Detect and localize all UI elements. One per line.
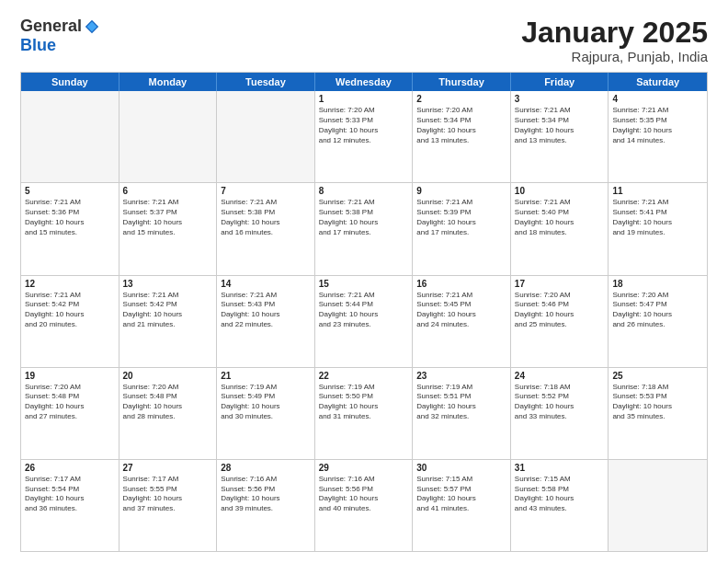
cell-info-line: Sunrise: 7:21 AM xyxy=(319,198,409,208)
cell-info-line: Daylight: 10 hours xyxy=(221,402,311,412)
title-block: January 2025 Rajpura, Punjab, India xyxy=(521,17,708,64)
cell-info-line: Sunset: 5:38 PM xyxy=(319,208,409,218)
calendar-cell: 16Sunrise: 7:21 AMSunset: 5:45 PMDayligh… xyxy=(413,276,511,367)
cell-info-line: Daylight: 10 hours xyxy=(612,402,703,412)
calendar: SundayMondayTuesdayWednesdayThursdayFrid… xyxy=(20,72,708,552)
calendar-row-4: 19Sunrise: 7:20 AMSunset: 5:48 PMDayligh… xyxy=(21,367,707,459)
cell-info-line: Sunset: 5:47 PM xyxy=(612,300,703,310)
cell-info-line: and 13 minutes. xyxy=(416,136,506,146)
cell-info-line: and 15 minutes. xyxy=(123,228,213,238)
day-number: 12 xyxy=(25,279,115,289)
header: General Blue January 2025 Rajpura, Punja… xyxy=(20,17,708,64)
cell-info-line: and 19 minutes. xyxy=(612,228,703,238)
cell-info-line: and 33 minutes. xyxy=(515,412,605,422)
page: General Blue January 2025 Rajpura, Punja… xyxy=(0,0,728,563)
cell-info-line: Sunset: 5:42 PM xyxy=(123,300,213,310)
cell-info-line: Sunset: 5:57 PM xyxy=(416,485,506,495)
cell-info-line: Sunset: 5:35 PM xyxy=(612,116,703,126)
cell-info-line: Daylight: 10 hours xyxy=(612,126,703,136)
calendar-cell: 4Sunrise: 7:21 AMSunset: 5:35 PMDaylight… xyxy=(609,91,707,182)
day-number: 30 xyxy=(416,463,506,473)
cell-info-line: Sunrise: 7:21 AM xyxy=(612,198,703,208)
day-number: 3 xyxy=(515,94,605,104)
cell-info-line: Sunrise: 7:21 AM xyxy=(221,198,311,208)
cell-info-line: and 18 minutes. xyxy=(515,228,605,238)
cell-info-line: Sunset: 5:34 PM xyxy=(416,116,506,126)
cell-info-line: and 35 minutes. xyxy=(612,412,703,422)
cell-info-line: Daylight: 10 hours xyxy=(319,126,409,136)
day-number: 15 xyxy=(319,279,409,289)
calendar-cell xyxy=(217,91,315,182)
cell-info-line: Sunrise: 7:21 AM xyxy=(25,291,115,301)
cell-info-line: and 27 minutes. xyxy=(25,412,115,422)
logo-general-text: General xyxy=(20,17,82,36)
cell-info-line: and 22 minutes. xyxy=(221,320,311,330)
calendar-cell: 2Sunrise: 7:20 AMSunset: 5:34 PMDaylight… xyxy=(413,91,511,182)
calendar-cell: 25Sunrise: 7:18 AMSunset: 5:53 PMDayligh… xyxy=(609,368,707,459)
cell-info-line: Sunset: 5:55 PM xyxy=(123,485,213,495)
cell-info-line: Sunset: 5:34 PM xyxy=(515,116,605,126)
calendar-cell: 9Sunrise: 7:21 AMSunset: 5:39 PMDaylight… xyxy=(413,183,511,274)
day-number: 10 xyxy=(515,186,605,196)
cell-info-line: Sunrise: 7:20 AM xyxy=(123,383,213,393)
day-number: 11 xyxy=(612,186,703,196)
day-number: 1 xyxy=(319,94,409,104)
cell-info-line: and 12 minutes. xyxy=(319,136,409,146)
calendar-cell xyxy=(119,91,218,182)
cell-info-line: Sunrise: 7:21 AM xyxy=(25,198,115,208)
cell-info-line: Sunrise: 7:15 AM xyxy=(515,475,605,485)
calendar-cell: 17Sunrise: 7:20 AMSunset: 5:46 PMDayligh… xyxy=(511,276,609,367)
cell-info-line: Daylight: 10 hours xyxy=(612,218,703,228)
cell-info-line: Sunset: 5:40 PM xyxy=(515,208,605,218)
cell-info-line: Sunrise: 7:21 AM xyxy=(123,198,213,208)
cell-info-line: Sunrise: 7:17 AM xyxy=(25,475,115,485)
day-number: 24 xyxy=(515,371,605,381)
cell-info-line: Daylight: 10 hours xyxy=(221,310,311,320)
calendar-cell: 1Sunrise: 7:20 AMSunset: 5:33 PMDaylight… xyxy=(315,91,414,182)
cell-info-line: Daylight: 10 hours xyxy=(123,218,213,228)
calendar-row-2: 5Sunrise: 7:21 AMSunset: 5:36 PMDaylight… xyxy=(21,182,707,274)
day-number: 14 xyxy=(221,279,311,289)
cell-info-line: and 30 minutes. xyxy=(221,412,311,422)
weekday-header-wednesday: Wednesday xyxy=(315,73,414,91)
cell-info-line: and 31 minutes. xyxy=(319,412,409,422)
day-number: 28 xyxy=(221,463,311,473)
cell-info-line: Daylight: 10 hours xyxy=(221,494,311,504)
day-number: 2 xyxy=(416,94,506,104)
cell-info-line: Daylight: 10 hours xyxy=(515,402,605,412)
cell-info-line: and 20 minutes. xyxy=(25,320,115,330)
cell-info-line: Sunrise: 7:18 AM xyxy=(612,383,703,393)
cell-info-line: Sunset: 5:33 PM xyxy=(319,116,409,126)
calendar-cell: 26Sunrise: 7:17 AMSunset: 5:54 PMDayligh… xyxy=(21,460,119,551)
cell-info-line: and 17 minutes. xyxy=(416,228,506,238)
cell-info-line: and 43 minutes. xyxy=(515,504,605,514)
cell-info-line: Sunset: 5:50 PM xyxy=(319,392,409,402)
cell-info-line: Sunset: 5:52 PM xyxy=(515,392,605,402)
calendar-cell: 15Sunrise: 7:21 AMSunset: 5:44 PMDayligh… xyxy=(315,276,414,367)
cell-info-line: Sunset: 5:58 PM xyxy=(515,485,605,495)
calendar-cell: 12Sunrise: 7:21 AMSunset: 5:42 PMDayligh… xyxy=(21,276,119,367)
cell-info-line: Sunset: 5:54 PM xyxy=(25,485,115,495)
calendar-cell: 6Sunrise: 7:21 AMSunset: 5:37 PMDaylight… xyxy=(119,183,218,274)
day-number: 25 xyxy=(612,371,703,381)
calendar-title: January 2025 xyxy=(521,17,708,49)
cell-info-line: Daylight: 10 hours xyxy=(25,218,115,228)
cell-info-line: and 16 minutes. xyxy=(221,228,311,238)
calendar-cell: 14Sunrise: 7:21 AMSunset: 5:43 PMDayligh… xyxy=(217,276,315,367)
cell-info-line: Sunrise: 7:19 AM xyxy=(319,383,409,393)
cell-info-line: and 23 minutes. xyxy=(319,320,409,330)
calendar-cell xyxy=(21,91,119,182)
cell-info-line: Daylight: 10 hours xyxy=(515,218,605,228)
calendar-cell: 11Sunrise: 7:21 AMSunset: 5:41 PMDayligh… xyxy=(609,183,707,274)
cell-info-line: Sunrise: 7:21 AM xyxy=(515,106,605,116)
cell-info-line: Daylight: 10 hours xyxy=(612,310,703,320)
calendar-header: SundayMondayTuesdayWednesdayThursdayFrid… xyxy=(21,73,707,91)
cell-info-line: Sunrise: 7:21 AM xyxy=(612,106,703,116)
calendar-cell: 10Sunrise: 7:21 AMSunset: 5:40 PMDayligh… xyxy=(511,183,609,274)
day-number: 17 xyxy=(515,279,605,289)
calendar-cell: 31Sunrise: 7:15 AMSunset: 5:58 PMDayligh… xyxy=(511,460,609,551)
day-number: 20 xyxy=(123,371,213,381)
day-number: 13 xyxy=(123,279,213,289)
calendar-cell: 19Sunrise: 7:20 AMSunset: 5:48 PMDayligh… xyxy=(21,368,119,459)
cell-info-line: Sunset: 5:41 PM xyxy=(612,208,703,218)
